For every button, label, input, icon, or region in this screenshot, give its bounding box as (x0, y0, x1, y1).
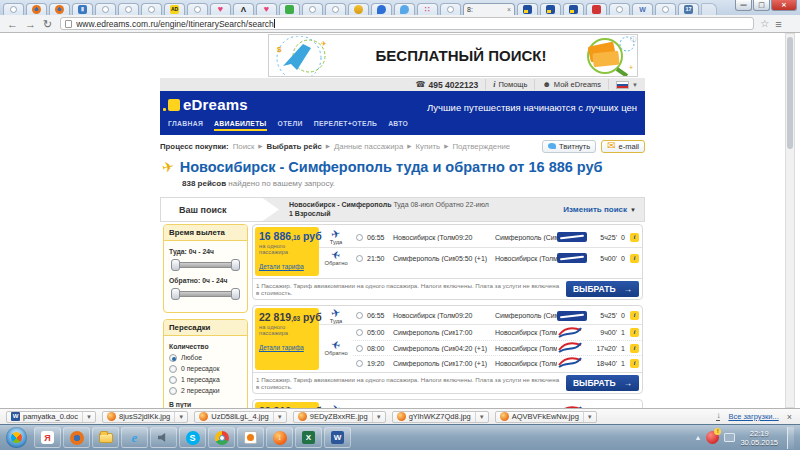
stops-count-option[interactable]: 2 пересадки (169, 385, 242, 396)
bookmark-star-icon[interactable]: ☆ (760, 18, 769, 29)
browser-tab[interactable] (302, 3, 323, 15)
email-button[interactable]: ✉ e-mail (601, 140, 645, 153)
antivirus-tray-icon[interactable] (706, 431, 719, 444)
reload-icon[interactable]: ↻ (43, 16, 52, 32)
slider-handle[interactable] (171, 288, 180, 300)
flight-option-row[interactable]: 21:50Симферополь (Симф.05:50 (+1)Новосиб… (353, 248, 642, 268)
browser-tab[interactable] (655, 3, 676, 15)
radio-button[interactable] (169, 387, 177, 395)
download-item[interactable]: gYlhWKZ7Qd8.jpg▼ (392, 411, 489, 423)
browser-tab[interactable] (440, 3, 461, 15)
browser-tab[interactable]: AD (164, 3, 185, 15)
nav-item-главная[interactable]: ГЛАВНАЯ (168, 120, 203, 131)
scrollbar-thumb[interactable] (787, 37, 793, 149)
return-time-slider[interactable] (172, 291, 239, 297)
new-tab-button[interactable] (701, 3, 717, 15)
browser-tab[interactable] (325, 3, 346, 15)
account-link[interactable]: ☻ Мой eDreams (534, 79, 608, 90)
browser-tab[interactable] (95, 3, 116, 15)
show-all-downloads-link[interactable]: Все загрузки... (728, 412, 778, 421)
select-flight-button[interactable]: ВЫБРАТЬ→ (566, 281, 639, 297)
radio-button[interactable] (169, 365, 177, 373)
browser-tab[interactable]: 17 (678, 3, 699, 15)
edreams-logo[interactable]: eDreams (168, 98, 248, 111)
taskbar-app-skype[interactable]: S (179, 427, 206, 448)
browser-tab[interactable]: Λ (233, 3, 254, 15)
minimize-button[interactable]: — (735, 0, 752, 11)
nav-item-отели[interactable]: ОТЕЛИ (278, 120, 303, 131)
browser-tab-active[interactable]: 8:× (463, 3, 515, 15)
download-item[interactable]: 8jusS2jdlKk.jpg▼ (102, 411, 188, 423)
browser-tab[interactable]: ♥ (210, 3, 231, 15)
browser-tab[interactable]: W (632, 3, 653, 15)
url-text[interactable]: www.edreams.com.ru/engine/ItinerarySearc… (76, 19, 273, 29)
select-flight-button[interactable]: ВЫБРАТЬ→ (566, 375, 639, 391)
stops-count-option[interactable]: 0 пересадок (169, 363, 242, 374)
language-selector[interactable]: ▼ (608, 79, 645, 90)
download-caret-icon[interactable]: ▼ (372, 412, 385, 422)
info-icon[interactable]: i (630, 359, 639, 368)
fare-details-link[interactable]: Детали тарифа (259, 263, 304, 270)
download-caret-icon[interactable]: ▼ (583, 412, 596, 422)
taskbar-app-word[interactable]: W (324, 427, 351, 448)
browser-menu-icon[interactable]: ≡ (775, 18, 781, 30)
download-caret-icon[interactable]: ▼ (82, 412, 95, 422)
download-item[interactable]: 9EDyZBxxRE.jpg▼ (293, 411, 386, 423)
browser-tab[interactable]: ♥ (256, 3, 277, 15)
flight-option-row[interactable]: 19:20Симферополь (Симф.17:00 (+1)Новосиб… (353, 355, 642, 370)
show-desktop-button[interactable] (787, 427, 794, 449)
download-item[interactable]: AQVBVFkEwNw.jpg▼ (495, 411, 597, 423)
back-icon[interactable]: ← (7, 16, 18, 32)
taskbar-app-downloader[interactable]: ↓ (266, 427, 293, 448)
slider-handle[interactable] (231, 288, 240, 300)
taskbar-app-ie[interactable]: e (121, 427, 148, 448)
help-link[interactable]: i Помощь (485, 79, 534, 90)
flight-radio-button[interactable] (356, 255, 363, 262)
slider-handle[interactable] (231, 259, 240, 271)
slider-handle[interactable] (171, 259, 180, 271)
taskbar-app-explorer[interactable] (92, 427, 119, 448)
page-scrollbar[interactable] (785, 33, 795, 408)
info-icon[interactable]: i (630, 311, 639, 320)
tab-close-icon[interactable]: × (507, 6, 511, 13)
browser-tab[interactable] (49, 3, 70, 15)
browser-tab[interactable] (3, 3, 24, 15)
fare-details-link[interactable]: Детали тарифа (259, 344, 304, 351)
flight-radio-button[interactable] (356, 312, 363, 319)
nav-item-перелет+отель[interactable]: ПЕРЕЛЕТ+ОТЕЛЬ (314, 120, 377, 131)
nav-item-авиабилеты[interactable]: АВИАБИЛЕТЫ (214, 120, 267, 131)
browser-tab[interactable] (118, 3, 139, 15)
taskbar-clock[interactable]: 22:19 30.05.2015 (740, 429, 778, 447)
downloads-bar-close-icon[interactable]: × (787, 412, 792, 422)
stops-count-option[interactable]: 1 пересадка (169, 374, 242, 385)
stops-count-option[interactable]: Любое (169, 352, 242, 363)
flight-radio-button[interactable] (356, 329, 363, 336)
address-bar[interactable]: www.edreams.com.ru/engine/ItinerarySearc… (60, 17, 754, 30)
start-button[interactable] (6, 427, 27, 448)
browser-tab[interactable] (26, 3, 47, 15)
download-item[interactable]: UzD58lLgL_4.jpg▼ (194, 411, 287, 423)
download-caret-icon[interactable]: ▼ (174, 412, 187, 422)
your-search-tab[interactable]: Ваш поиск (161, 198, 279, 221)
nav-item-авто[interactable]: АВТО (388, 120, 408, 131)
browser-tab[interactable] (279, 3, 300, 15)
browser-tab[interactable] (517, 3, 538, 15)
info-icon[interactable]: i (630, 233, 639, 242)
browser-tab[interactable] (187, 3, 208, 15)
flight-radio-button[interactable] (356, 234, 363, 241)
browser-tab[interactable] (540, 3, 561, 15)
ad-banner[interactable]: $ ✈ БЕСПЛАТНЫЙ ПОИСК! + ⓘ (268, 34, 638, 77)
flight-option-row[interactable]: 06:55Новосибирск (Толм...09:20Симферопол… (353, 308, 642, 323)
maximize-button[interactable]: □ (753, 0, 770, 11)
taskbar-app-firefox[interactable] (63, 427, 90, 448)
taskbar-app-chrome[interactable] (208, 427, 235, 448)
tray-expand-icon[interactable]: ▲ (695, 434, 702, 441)
close-button[interactable]: × (771, 0, 797, 11)
browser-tab[interactable] (348, 3, 369, 15)
taskbar-app-yandex[interactable]: Я (34, 427, 61, 448)
download-caret-icon[interactable]: ▼ (273, 412, 286, 422)
flight-radio-button[interactable] (356, 360, 363, 367)
browser-tab[interactable] (563, 3, 584, 15)
taskbar-app-volume[interactable] (150, 427, 177, 448)
edit-search-link[interactable]: Изменить поиск ▼ (563, 205, 636, 214)
